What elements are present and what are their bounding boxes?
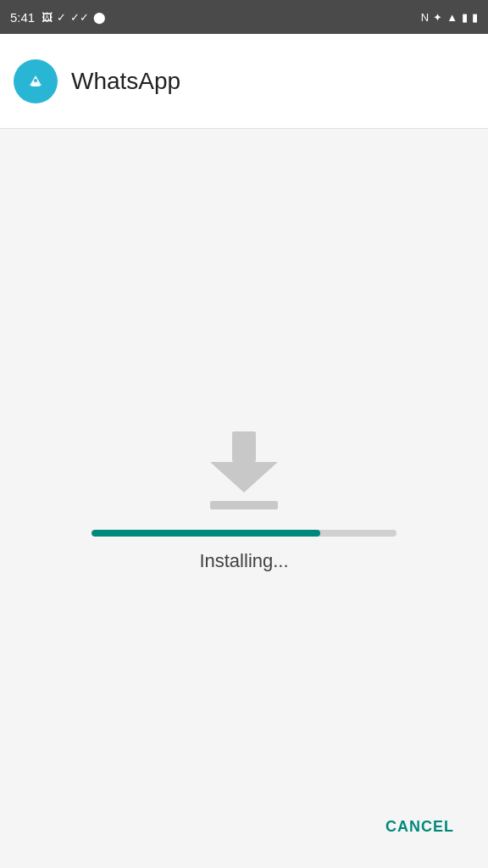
wifi-icon: ▲ <box>446 11 458 24</box>
status-time: 5:41 <box>10 10 35 25</box>
signal-bars-icon: ▮ <box>462 11 468 24</box>
progress-bar-track <box>92 530 396 537</box>
shield-icon: ⬤ <box>93 11 106 24</box>
bluetooth-icon: ✦ <box>433 11 442 24</box>
battery-icon: ▮ <box>472 11 478 24</box>
app-title: WhatsApp <box>71 68 180 95</box>
svg-point-2 <box>34 79 37 82</box>
store-icon-svg <box>23 69 48 94</box>
arrow-body <box>232 431 256 462</box>
svg-rect-1 <box>31 84 40 86</box>
arrow-base <box>210 501 278 509</box>
check-icon: ✓ <box>57 11 66 24</box>
progress-container: Installing... <box>92 530 396 572</box>
arrow-head <box>210 462 278 492</box>
download-icon-container <box>210 425 278 509</box>
double-check-icon: ✓✓ <box>70 11 89 24</box>
cancel-label: CANCEL <box>385 818 454 835</box>
app-store-icon <box>14 59 58 103</box>
installing-status-text: Installing... <box>199 550 288 572</box>
download-arrow-icon <box>210 425 278 492</box>
app-bar: WhatsApp <box>0 34 488 129</box>
cancel-button[interactable]: CANCEL <box>372 810 468 844</box>
nfc-icon: N <box>421 11 429 24</box>
progress-bar-fill <box>92 530 320 537</box>
status-bar-right: N ✦ ▲ ▮ ▮ <box>421 11 478 24</box>
status-bar-left: 5:41 🖼 ✓ ✓✓ ⬤ <box>10 10 106 25</box>
main-content: Installing... CANCEL <box>0 129 488 868</box>
status-icons-left: 🖼 ✓ ✓✓ ⬤ <box>42 11 106 24</box>
photo-icon: 🖼 <box>42 11 53 24</box>
status-bar: 5:41 🖼 ✓ ✓✓ ⬤ N ✦ ▲ ▮ ▮ <box>0 0 488 34</box>
